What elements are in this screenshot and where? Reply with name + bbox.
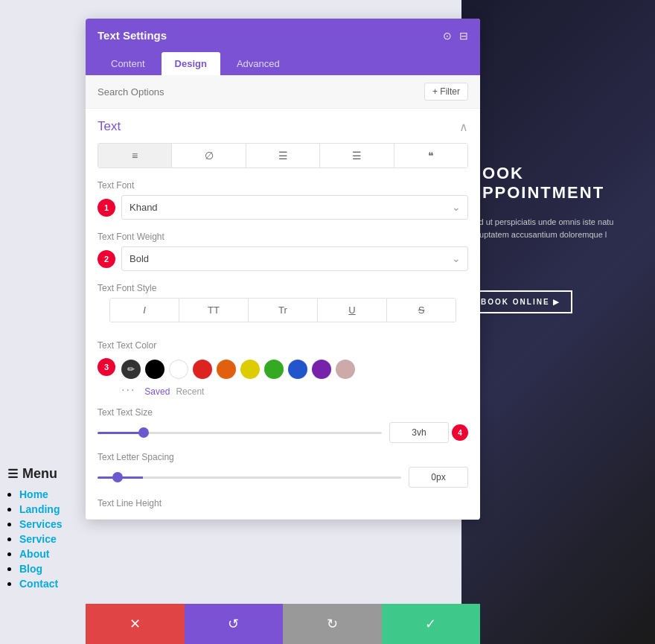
tab-content[interactable]: Content (98, 52, 159, 75)
section-toggle-icon[interactable]: ∧ (459, 120, 468, 134)
menu-contact-link[interactable]: Contact (19, 578, 58, 590)
text-size-slider[interactable] (98, 432, 382, 434)
search-input[interactable] (98, 86, 418, 98)
text-color-row: 3 ✏ (98, 355, 468, 379)
left-navigation-menu: ☰ Menu Home Landing Services Service Abo… (0, 459, 70, 599)
font-style-buttons: I TT Tr U S (109, 298, 456, 322)
text-line-height-label: Text Line Height (98, 498, 468, 508)
section-title: Text (98, 119, 121, 134)
menu-home-link[interactable]: Home (19, 488, 48, 500)
list-item[interactable]: Services (19, 517, 63, 531)
list-item[interactable]: About (19, 547, 63, 561)
list-item[interactable]: Contact (19, 577, 63, 590)
text-size-group: Text Text Size 4 (86, 403, 480, 447)
color-blue[interactable] (288, 360, 307, 379)
capitalize-button[interactable]: Tr (249, 299, 318, 322)
menu-label: Menu (22, 466, 57, 482)
text-line-height-group: Text Line Height (86, 492, 480, 519)
color-tab-bar: Saved Recent (144, 386, 204, 397)
text-font-select[interactable]: Khand Arial Georgia (121, 195, 468, 220)
color-pink[interactable] (336, 360, 355, 379)
text-size-input[interactable] (389, 422, 449, 443)
hamburger-icon: ☰ (7, 467, 18, 481)
text-size-input-wrap: 4 (389, 422, 468, 443)
step-1-badge: 1 (98, 199, 115, 217)
book-online-button[interactable]: BOOK ONLINE ▶ (469, 290, 572, 313)
appointment-description: Sed ut perspiciatis unde omnis iste natu… (469, 216, 648, 240)
undo-button[interactable]: ↺ (185, 604, 284, 644)
menu-services-link[interactable]: Services (19, 518, 63, 530)
expand-icon[interactable]: ⊙ (443, 30, 452, 42)
tab-design[interactable]: Design (162, 52, 220, 75)
italic-button[interactable]: I (110, 299, 179, 322)
list-item[interactable]: Landing (19, 503, 63, 516)
text-font-row: 1 Khand Arial Georgia (98, 195, 468, 220)
menu-list: Home Landing Services Service About Blog… (7, 488, 63, 590)
color-yellow[interactable] (240, 360, 260, 379)
align-none-button[interactable]: ∅ (172, 144, 246, 168)
color-black[interactable] (145, 360, 164, 379)
panel-header: Text Settings ⊙ ⊟ (86, 19, 480, 52)
text-letter-spacing-row (98, 467, 468, 488)
text-font-weight-label: Text Font Weight (98, 232, 468, 242)
redo-button[interactable]: ↻ (283, 604, 382, 644)
text-font-weight-group: Text Font Weight 2 Bold Normal Light (86, 226, 480, 277)
text-color-label: Text Text Color (98, 340, 468, 351)
text-font-label: Text Font (98, 180, 468, 191)
search-bar: + Filter (86, 75, 480, 109)
align-quote-button[interactable]: ❝ (394, 144, 467, 168)
text-size-label: Text Text Size (98, 407, 468, 418)
alignment-buttons: ≡ ∅ ☰ ☰ ❝ (98, 143, 468, 168)
align-center-button[interactable]: ≡ (98, 144, 172, 168)
section-header: Text ∧ (86, 109, 480, 137)
menu-landing-link[interactable]: Landing (19, 503, 60, 515)
tab-bar: Content Design Advanced (86, 52, 480, 75)
text-font-select-wrapper: Khand Arial Georgia (121, 195, 468, 220)
align-list-button[interactable]: ☰ (246, 144, 320, 168)
filter-button[interactable]: + Filter (424, 83, 468, 101)
color-red[interactable] (193, 360, 212, 379)
text-color-group: Text Text Color 3 ✏ (86, 334, 480, 403)
panel-title: Text Settings (98, 29, 167, 42)
color-purple[interactable] (312, 360, 331, 379)
menu-blog-link[interactable]: Blog (19, 563, 42, 575)
list-item[interactable]: Home (19, 488, 63, 501)
list-item[interactable]: Blog (19, 562, 63, 576)
text-section: Text ∧ ≡ ∅ ☰ ☰ ❝ Text Font 1 Khand (86, 109, 480, 520)
text-font-group: Text Font 1 Khand Arial Georgia (86, 174, 480, 226)
color-green[interactable] (264, 360, 284, 379)
text-font-style-label: Text Font Style (98, 283, 468, 293)
tab-advanced[interactable]: Advanced (223, 52, 293, 75)
saved-tab[interactable]: Saved (144, 386, 170, 397)
text-letter-spacing-label: Text Letter Spacing (98, 452, 468, 462)
more-colors-button[interactable]: ··· (121, 383, 135, 397)
appointment-heading: BOOK APPOINTMENT (469, 164, 648, 203)
confirm-button[interactable]: ✓ (382, 604, 481, 644)
text-letter-spacing-input[interactable] (409, 467, 468, 488)
filter-label: + Filter (432, 86, 460, 97)
underline-button[interactable]: U (318, 299, 387, 322)
color-orange[interactable] (217, 360, 236, 379)
recent-tab[interactable]: Recent (176, 386, 204, 397)
step-4-badge: 4 (452, 424, 468, 441)
color-picker-button[interactable]: ✏ (121, 360, 141, 379)
menu-title: ☰ Menu (7, 466, 63, 482)
menu-about-link[interactable]: About (19, 548, 49, 560)
panel-body: + Filter Text ∧ ≡ ∅ ☰ ☰ ❝ Text Font 1 (86, 75, 480, 520)
align-ordered-button[interactable]: ☰ (320, 144, 394, 168)
collapse-icon[interactable]: ⊟ (459, 30, 468, 42)
list-item[interactable]: Service (19, 532, 63, 546)
strikethrough-button[interactable]: S (387, 299, 456, 322)
cancel-button[interactable]: ✕ (86, 604, 185, 644)
color-swatches: ✏ (121, 360, 355, 379)
panel-header-icons: ⊙ ⊟ (443, 30, 468, 42)
menu-service-link[interactable]: Service (19, 533, 57, 545)
text-letter-spacing-slider[interactable] (98, 476, 401, 479)
text-settings-panel: Text Settings ⊙ ⊟ Content Design Advance… (86, 19, 480, 520)
action-bar: ✕ ↺ ↻ ✓ (86, 604, 480, 644)
uppercase-button[interactable]: TT (179, 299, 249, 322)
step-2-badge: 2 (98, 250, 115, 268)
text-letter-spacing-group: Text Letter Spacing (86, 447, 480, 492)
text-font-weight-select[interactable]: Bold Normal Light (121, 246, 468, 271)
color-white[interactable] (169, 360, 188, 379)
